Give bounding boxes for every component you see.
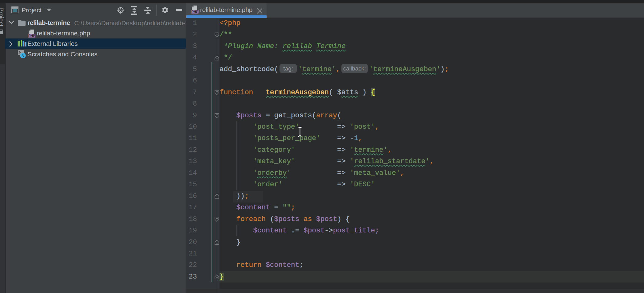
svg-text:PHP: PHP	[28, 34, 35, 38]
svg-text:PHP: PHP	[191, 10, 199, 14]
